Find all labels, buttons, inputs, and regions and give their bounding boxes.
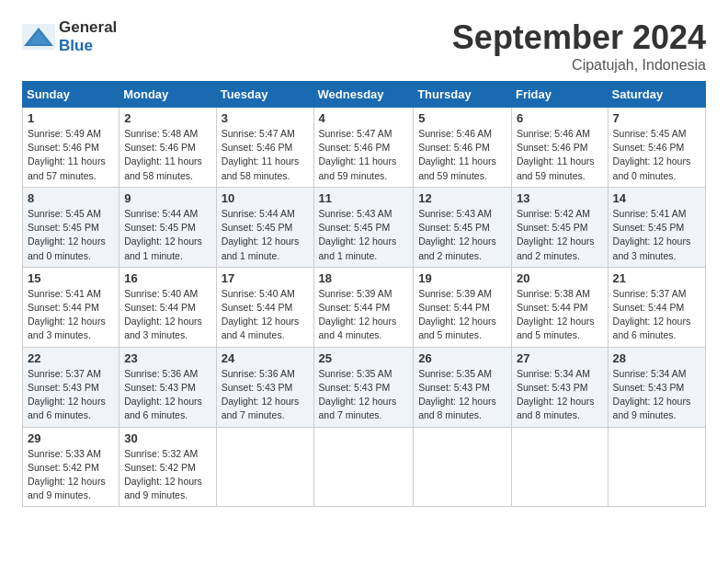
day-info: Sunrise: 5:38 AMSunset: 5:44 PMDaylight:… <box>517 287 603 343</box>
day-number: 19 <box>418 271 506 285</box>
title-month: September 2024 <box>452 18 706 57</box>
day-info: Sunrise: 5:35 AMSunset: 5:43 PMDaylight:… <box>319 367 409 423</box>
day-info: Sunrise: 5:45 AMSunset: 5:46 PMDaylight:… <box>613 127 700 183</box>
calendar-cell: 29Sunrise: 5:33 AMSunset: 5:42 PMDayligh… <box>23 427 119 507</box>
day-info: Sunrise: 5:34 AMSunset: 5:43 PMDaylight:… <box>517 367 603 423</box>
day-number: 29 <box>28 431 114 445</box>
day-number: 16 <box>124 271 210 285</box>
calendar-cell: 18Sunrise: 5:39 AMSunset: 5:44 PMDayligh… <box>313 267 414 347</box>
calendar-cell: 6Sunrise: 5:46 AMSunset: 5:46 PMDaylight… <box>511 108 608 188</box>
calendar-cell: 20Sunrise: 5:38 AMSunset: 5:44 PMDayligh… <box>511 267 608 347</box>
day-info: Sunrise: 5:40 AMSunset: 5:44 PMDaylight:… <box>124 287 210 343</box>
day-number: 23 <box>124 351 210 365</box>
day-number: 3 <box>222 111 309 125</box>
calendar-cell: 21Sunrise: 5:37 AMSunset: 5:44 PMDayligh… <box>608 267 705 347</box>
day-number: 13 <box>517 191 603 205</box>
day-info: Sunrise: 5:34 AMSunset: 5:43 PMDaylight:… <box>613 367 700 423</box>
day-info: Sunrise: 5:41 AMSunset: 5:44 PMDaylight:… <box>28 287 114 343</box>
day-number: 22 <box>28 351 114 365</box>
calendar-cell: 13Sunrise: 5:42 AMSunset: 5:45 PMDayligh… <box>511 187 608 267</box>
calendar-cell: 25Sunrise: 5:35 AMSunset: 5:43 PMDayligh… <box>313 347 414 427</box>
calendar-cell: 4Sunrise: 5:47 AMSunset: 5:46 PMDaylight… <box>313 108 414 188</box>
day-info: Sunrise: 5:43 AMSunset: 5:45 PMDaylight:… <box>319 207 409 263</box>
day-info: Sunrise: 5:32 AMSunset: 5:42 PMDaylight:… <box>124 447 210 503</box>
calendar-week-1: 1Sunrise: 5:49 AMSunset: 5:46 PMDaylight… <box>23 108 706 188</box>
day-number: 5 <box>418 111 506 125</box>
weekday-header-thursday: Thursday <box>414 82 512 108</box>
calendar-cell: 27Sunrise: 5:34 AMSunset: 5:43 PMDayligh… <box>511 347 608 427</box>
weekday-header-row: SundayMondayTuesdayWednesdayThursdayFrid… <box>23 82 706 108</box>
day-number: 21 <box>613 271 700 285</box>
day-number: 26 <box>418 351 506 365</box>
day-info: Sunrise: 5:48 AMSunset: 5:46 PMDaylight:… <box>124 127 210 183</box>
calendar-week-2: 8Sunrise: 5:45 AMSunset: 5:45 PMDaylight… <box>23 187 706 267</box>
day-info: Sunrise: 5:36 AMSunset: 5:43 PMDaylight:… <box>222 367 309 423</box>
calendar-cell: 10Sunrise: 5:44 AMSunset: 5:45 PMDayligh… <box>216 187 313 267</box>
day-number: 30 <box>124 431 210 445</box>
title-location: Cipatujah, Indonesia <box>452 57 706 74</box>
calendar-cell <box>313 427 414 507</box>
calendar-week-5: 29Sunrise: 5:33 AMSunset: 5:42 PMDayligh… <box>23 427 706 507</box>
calendar-cell: 11Sunrise: 5:43 AMSunset: 5:45 PMDayligh… <box>313 187 414 267</box>
day-number: 11 <box>319 191 409 205</box>
calendar-cell: 9Sunrise: 5:44 AMSunset: 5:45 PMDaylight… <box>119 187 216 267</box>
logo-icon <box>22 24 55 50</box>
calendar-cell <box>608 427 705 507</box>
calendar-cell: 14Sunrise: 5:41 AMSunset: 5:45 PMDayligh… <box>608 187 705 267</box>
calendar-cell <box>216 427 313 507</box>
day-number: 9 <box>124 191 210 205</box>
day-info: Sunrise: 5:46 AMSunset: 5:46 PMDaylight:… <box>517 127 603 183</box>
day-number: 25 <box>319 351 409 365</box>
page-header: General Blue September 2024 Cipatujah, I… <box>22 18 706 74</box>
day-info: Sunrise: 5:47 AMSunset: 5:46 PMDaylight:… <box>222 127 309 183</box>
calendar-table: SundayMondayTuesdayWednesdayThursdayFrid… <box>22 81 706 507</box>
calendar-cell: 15Sunrise: 5:41 AMSunset: 5:44 PMDayligh… <box>23 267 119 347</box>
calendar-cell: 26Sunrise: 5:35 AMSunset: 5:43 PMDayligh… <box>414 347 512 427</box>
day-number: 28 <box>613 351 700 365</box>
day-info: Sunrise: 5:39 AMSunset: 5:44 PMDaylight:… <box>418 287 506 343</box>
calendar-cell <box>414 427 512 507</box>
calendar-cell: 7Sunrise: 5:45 AMSunset: 5:46 PMDaylight… <box>608 108 705 188</box>
calendar-cell: 3Sunrise: 5:47 AMSunset: 5:46 PMDaylight… <box>216 108 313 188</box>
day-number: 2 <box>124 111 210 125</box>
calendar-cell: 28Sunrise: 5:34 AMSunset: 5:43 PMDayligh… <box>608 347 705 427</box>
day-number: 4 <box>319 111 409 125</box>
day-number: 7 <box>613 111 700 125</box>
day-number: 14 <box>613 191 700 205</box>
weekday-header-sunday: Sunday <box>23 82 119 108</box>
title-block: September 2024 Cipatujah, Indonesia <box>452 18 706 74</box>
day-info: Sunrise: 5:44 AMSunset: 5:45 PMDaylight:… <box>222 207 309 263</box>
day-info: Sunrise: 5:39 AMSunset: 5:44 PMDaylight:… <box>319 287 409 343</box>
calendar-cell: 22Sunrise: 5:37 AMSunset: 5:43 PMDayligh… <box>23 347 119 427</box>
calendar-cell: 16Sunrise: 5:40 AMSunset: 5:44 PMDayligh… <box>119 267 216 347</box>
day-number: 20 <box>517 271 603 285</box>
calendar-cell: 24Sunrise: 5:36 AMSunset: 5:43 PMDayligh… <box>216 347 313 427</box>
day-info: Sunrise: 5:40 AMSunset: 5:44 PMDaylight:… <box>222 287 309 343</box>
day-info: Sunrise: 5:46 AMSunset: 5:46 PMDaylight:… <box>418 127 506 183</box>
calendar-cell: 12Sunrise: 5:43 AMSunset: 5:45 PMDayligh… <box>414 187 512 267</box>
day-info: Sunrise: 5:47 AMSunset: 5:46 PMDaylight:… <box>319 127 409 183</box>
calendar-cell: 23Sunrise: 5:36 AMSunset: 5:43 PMDayligh… <box>119 347 216 427</box>
day-number: 27 <box>517 351 603 365</box>
day-number: 12 <box>418 191 506 205</box>
calendar-cell: 19Sunrise: 5:39 AMSunset: 5:44 PMDayligh… <box>414 267 512 347</box>
logo-blue: Blue <box>59 37 93 54</box>
day-number: 1 <box>28 111 114 125</box>
logo: General Blue <box>22 18 117 55</box>
day-info: Sunrise: 5:35 AMSunset: 5:43 PMDaylight:… <box>418 367 506 423</box>
day-number: 18 <box>319 271 409 285</box>
day-number: 15 <box>28 271 114 285</box>
day-number: 6 <box>517 111 603 125</box>
weekday-header-wednesday: Wednesday <box>313 82 414 108</box>
day-number: 8 <box>28 191 114 205</box>
day-info: Sunrise: 5:41 AMSunset: 5:45 PMDaylight:… <box>613 207 700 263</box>
weekday-header-friday: Friday <box>511 82 608 108</box>
day-info: Sunrise: 5:42 AMSunset: 5:45 PMDaylight:… <box>517 207 603 263</box>
logo-general: General <box>59 18 117 36</box>
day-info: Sunrise: 5:45 AMSunset: 5:45 PMDaylight:… <box>28 207 114 263</box>
day-info: Sunrise: 5:33 AMSunset: 5:42 PMDaylight:… <box>28 447 114 503</box>
calendar-cell <box>511 427 608 507</box>
day-info: Sunrise: 5:43 AMSunset: 5:45 PMDaylight:… <box>418 207 506 263</box>
calendar-cell: 2Sunrise: 5:48 AMSunset: 5:46 PMDaylight… <box>119 108 216 188</box>
weekday-header-monday: Monday <box>119 82 216 108</box>
